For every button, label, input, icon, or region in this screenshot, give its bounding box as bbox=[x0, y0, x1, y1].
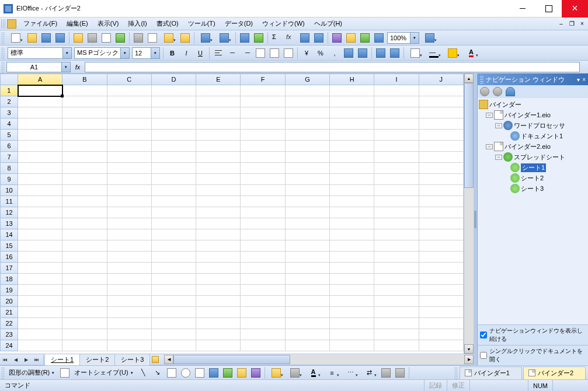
oval-button[interactable] bbox=[179, 366, 192, 379]
cell[interactable] bbox=[285, 263, 329, 274]
cell[interactable] bbox=[419, 85, 463, 96]
cell[interactable] bbox=[18, 274, 62, 285]
cell[interactable] bbox=[330, 240, 374, 252]
cell[interactable] bbox=[18, 340, 62, 351]
row-header[interactable]: 10 bbox=[1, 185, 18, 196]
cell[interactable] bbox=[241, 229, 285, 240]
rect-button[interactable] bbox=[165, 366, 178, 379]
cell[interactable] bbox=[241, 329, 285, 340]
dec-dec-button[interactable] bbox=[356, 47, 369, 60]
3d-button[interactable] bbox=[394, 366, 406, 379]
cell[interactable] bbox=[419, 252, 463, 263]
nav-fwd-icon[interactable] bbox=[493, 87, 502, 96]
cell[interactable] bbox=[241, 296, 285, 307]
cell[interactable] bbox=[419, 185, 463, 196]
cell[interactable] bbox=[196, 340, 241, 351]
cell[interactable] bbox=[196, 96, 241, 107]
cell[interactable] bbox=[196, 296, 241, 307]
tree-sheet2[interactable]: シート2 bbox=[478, 173, 588, 183]
cell[interactable] bbox=[62, 174, 107, 185]
scroll-thumb[interactable] bbox=[173, 355, 290, 364]
row-header[interactable]: 14 bbox=[1, 229, 18, 240]
row-header[interactable]: 20 bbox=[1, 296, 18, 307]
cell[interactable] bbox=[374, 185, 419, 196]
cell[interactable] bbox=[330, 329, 374, 340]
cell[interactable] bbox=[241, 207, 285, 218]
cell[interactable] bbox=[62, 130, 107, 141]
cell[interactable] bbox=[241, 96, 285, 107]
linecolor2-button[interactable] bbox=[286, 366, 304, 379]
grip-icon[interactable] bbox=[1, 19, 6, 29]
cell[interactable] bbox=[285, 196, 329, 207]
undo-button[interactable] bbox=[197, 32, 214, 44]
cell[interactable] bbox=[241, 107, 285, 118]
tools2-button[interactable] bbox=[359, 32, 371, 44]
cell[interactable] bbox=[285, 163, 329, 174]
cell[interactable] bbox=[62, 85, 107, 96]
cell[interactable] bbox=[18, 263, 62, 274]
cell[interactable] bbox=[330, 218, 374, 229]
merge2-button[interactable] bbox=[268, 47, 281, 60]
cell[interactable] bbox=[241, 252, 285, 263]
tools1-button[interactable] bbox=[345, 32, 357, 44]
cell[interactable] bbox=[151, 274, 196, 285]
align-right-button[interactable] bbox=[240, 47, 253, 60]
grip-icon[interactable] bbox=[480, 75, 483, 83]
cell[interactable] bbox=[285, 130, 329, 141]
cell[interactable] bbox=[62, 196, 107, 207]
scroll-up-icon[interactable]: ▲ bbox=[464, 74, 474, 83]
cell[interactable] bbox=[18, 130, 62, 141]
fillcolor2-button[interactable] bbox=[267, 366, 285, 379]
cell[interactable] bbox=[374, 174, 419, 185]
cell[interactable] bbox=[330, 318, 374, 329]
cell[interactable] bbox=[151, 329, 196, 340]
align-center-button[interactable] bbox=[226, 47, 239, 60]
wordart-button[interactable] bbox=[207, 366, 220, 379]
cell[interactable] bbox=[285, 141, 329, 152]
cell[interactable] bbox=[241, 307, 285, 318]
select-all-corner[interactable] bbox=[1, 74, 18, 85]
col-header[interactable]: I bbox=[374, 74, 419, 85]
cell[interactable] bbox=[196, 329, 241, 340]
tab-first-button[interactable]: ⏮ bbox=[1, 355, 10, 364]
cell[interactable] bbox=[62, 207, 107, 218]
formula-input[interactable] bbox=[85, 62, 580, 72]
cell[interactable] bbox=[419, 152, 463, 163]
cell[interactable] bbox=[285, 152, 329, 163]
row-header[interactable]: 5 bbox=[1, 130, 18, 141]
diagram-button[interactable] bbox=[249, 366, 262, 379]
cell[interactable] bbox=[285, 285, 329, 296]
single-click-checkbox[interactable] bbox=[480, 352, 487, 359]
cell[interactable] bbox=[107, 285, 151, 296]
cell[interactable] bbox=[241, 274, 285, 285]
chart-button[interactable] bbox=[330, 32, 343, 44]
cell[interactable] bbox=[18, 329, 62, 340]
cell[interactable] bbox=[285, 340, 329, 351]
row-header[interactable]: 9 bbox=[1, 174, 18, 185]
cell[interactable] bbox=[241, 152, 285, 163]
saveas-button[interactable] bbox=[54, 32, 67, 44]
format-painter-button[interactable] bbox=[179, 32, 192, 44]
cell[interactable] bbox=[330, 107, 374, 118]
cell[interactable] bbox=[107, 85, 151, 96]
grip-icon[interactable] bbox=[454, 367, 458, 379]
italic-button[interactable]: I bbox=[180, 47, 193, 60]
cell[interactable] bbox=[374, 229, 419, 240]
cell[interactable] bbox=[330, 174, 374, 185]
cell[interactable] bbox=[241, 263, 285, 274]
sort-asc-button[interactable] bbox=[298, 32, 311, 44]
close-icon[interactable]: × bbox=[582, 76, 586, 83]
cell[interactable] bbox=[18, 107, 62, 118]
cell[interactable] bbox=[151, 96, 196, 107]
horizontal-scrollbar[interactable]: ◀ ▶ bbox=[164, 355, 474, 364]
cell[interactable] bbox=[107, 107, 151, 118]
arrow-button[interactable]: ↘ bbox=[151, 366, 164, 379]
sheet-tab-3[interactable]: シート3 bbox=[114, 354, 150, 365]
menu-view[interactable]: 表示(V) bbox=[93, 18, 124, 30]
scroll-thumb[interactable] bbox=[464, 83, 474, 188]
cell[interactable] bbox=[18, 307, 62, 318]
cell[interactable] bbox=[374, 96, 419, 107]
tools3-button[interactable] bbox=[373, 32, 385, 44]
cell[interactable] bbox=[107, 274, 151, 285]
collapse-icon[interactable]: − bbox=[486, 144, 493, 149]
